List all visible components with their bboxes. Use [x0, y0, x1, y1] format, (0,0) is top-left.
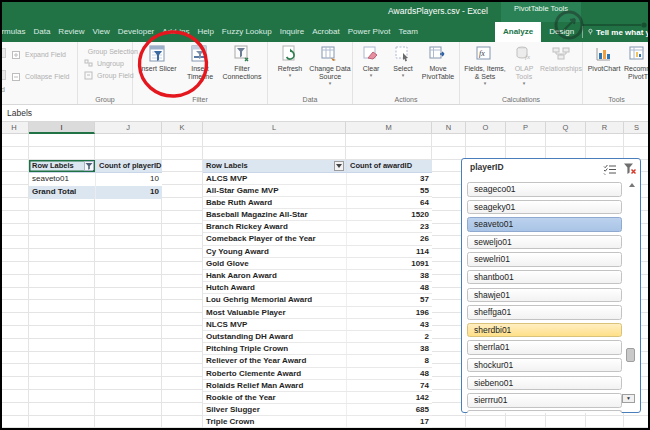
slicer-item[interactable]: sherdbi01 [467, 323, 622, 338]
table-row[interactable]: Rookie of the Year 142 [203, 392, 432, 404]
clear-filter-icon[interactable] [623, 163, 637, 176]
slicer-item[interactable]: siebeno01 [467, 376, 622, 391]
table-row[interactable]: Hutch Award 48 [203, 282, 432, 294]
multi-select-icon[interactable] [603, 164, 617, 175]
pivot2-count-header[interactable]: Count of awardID [346, 160, 432, 173]
table-row[interactable]: Silver Slugger 685 [203, 404, 432, 416]
slicer-item[interactable]: seageco01 [467, 182, 622, 197]
table-row[interactable]: All-Star Game MVP 55 [203, 185, 432, 197]
award-name: Comeback Player of the Year [203, 233, 346, 244]
pivot1-header-row: Row Labels Count of playerID [29, 160, 162, 173]
table-row[interactable]: Cy Young Award 114 [203, 246, 432, 258]
filter-connections-button[interactable]: Filter Connections [218, 45, 266, 81]
pivot2-row-labels-header[interactable]: Row Labels [203, 160, 346, 173]
pivot1-row-labels-header[interactable]: Row Labels [29, 160, 95, 173]
group-field-buttons: Expand Field Collapse Field d [0, 42, 78, 104]
ribbon-tab-label: Analyze [503, 27, 533, 36]
pivotchart-button[interactable]: PivotChart [585, 45, 623, 73]
table-row[interactable]: Outstanding DH Award 2 [203, 331, 432, 343]
slicer-item[interactable]: shawje01 [467, 288, 622, 303]
group-field-button[interactable]: Group Field [84, 70, 138, 81]
ribbon-tab[interactable]: Fuzzy Lookup [218, 22, 276, 42]
column-header-K[interactable]: K [162, 122, 203, 134]
table-row[interactable]: Pitching Triple Crown 38 [203, 343, 432, 355]
playerid-slicer[interactable]: playerID seageco01seageky01seaveto01sewe… [461, 158, 641, 413]
table-row[interactable]: Gold Glove 1091 [203, 258, 432, 270]
scroll-down-button[interactable]: ▼ [622, 394, 635, 403]
refresh-button[interactable]: Refresh ▾ [272, 45, 308, 78]
slicer-item[interactable]: shantbo01 [467, 270, 622, 285]
group-selection-button[interactable]: Group Selection [84, 46, 138, 57]
clear-button[interactable]: Clear ▾ [356, 45, 386, 78]
ribbon-tab[interactable]: Acrobat [308, 22, 344, 42]
table-row[interactable]: Branch Rickey Award 23 [203, 221, 432, 233]
select-button[interactable]: Select ▾ [387, 45, 419, 78]
ribbon-tab[interactable]: Analyze [495, 22, 541, 42]
filter-dropdown-button[interactable] [334, 161, 344, 171]
ribbon-tab[interactable]: Inquire [276, 22, 308, 42]
slicer-item[interactable]: sierrru01 [467, 393, 622, 408]
award-name: Babe Ruth Award [203, 197, 346, 208]
ribbon-tab[interactable]: Team [394, 22, 422, 42]
table-row[interactable]: ALCS MVP 37 [203, 173, 432, 185]
column-header-M[interactable]: M [346, 122, 432, 134]
slicer-item-label: sherrla01 [474, 342, 509, 352]
ungroup-button[interactable]: Ungroup [84, 58, 138, 69]
award-count: 64 [346, 197, 432, 208]
table-row[interactable]: Babe Ruth Award 64 [203, 197, 432, 209]
column-header-O[interactable]: O [466, 122, 506, 134]
table-row[interactable]: Roberto Clemente Award 48 [203, 368, 432, 380]
award-name: Gold Glove [203, 258, 346, 269]
table-row[interactable]: NLCS MVP 43 [203, 319, 432, 331]
table-row[interactable]: Comeback Player of the Year 26 [203, 233, 432, 245]
slicer-item[interactable]: sewelri01 [467, 252, 622, 267]
fields-items-sets-button[interactable]: fx Fields, Items, & Sets ▾ [463, 45, 507, 86]
ribbon-tab[interactable]: Data [29, 22, 54, 42]
column-header-J[interactable]: J [95, 122, 162, 134]
award-name: ALCS MVP [203, 173, 346, 184]
slicer-item-label: sewelri01 [474, 254, 510, 264]
column-header-N[interactable]: N [432, 122, 466, 134]
slicer-item[interactable]: seaveto01 [467, 217, 622, 232]
column-header-L[interactable]: L [203, 122, 346, 134]
scroll-up-arrow-icon[interactable] [629, 183, 635, 187]
slicer-item[interactable]: sheffga01 [467, 305, 622, 320]
change-data-source-button[interactable]: Change Data Source ▾ [308, 45, 352, 86]
table-row[interactable]: Lou Gehrig Memorial Award 57 [203, 294, 432, 306]
slicer-item[interactable]: seageky01 [467, 200, 622, 215]
award-count: 38 [346, 270, 432, 281]
award-name: Rolaids Relief Man Award [203, 380, 346, 391]
table-row[interactable]: Baseball Magazine All-Star 1520 [203, 209, 432, 221]
watermark [546, 5, 650, 47]
ribbon-tab[interactable]: View [89, 22, 114, 42]
slicer-item-label: sheffga01 [474, 307, 511, 317]
column-header-I[interactable]: I [29, 122, 95, 134]
relationships-label: Relationships [540, 65, 582, 73]
pivot1-count-header[interactable]: Count of playerID [95, 160, 162, 173]
slicer-item[interactable]: sherrla01 [467, 340, 622, 355]
pivot1-grand-total-row[interactable]: Grand Total 10 [29, 186, 162, 199]
column-header-Q[interactable]: Q [546, 122, 586, 134]
pivot1-data-row[interactable]: seaveto01 10 [29, 173, 162, 186]
column-header-H[interactable]: H [0, 122, 29, 134]
column-header-P[interactable]: P [506, 122, 546, 134]
recommended-pivottables-button[interactable]: Recomm PivotT [623, 45, 650, 81]
formula-bar[interactable] [0, 105, 650, 122]
slicer-item[interactable]: shockur01 [467, 358, 622, 373]
table-row[interactable]: Reliever of the Year Award 8 [203, 355, 432, 367]
column-header-R[interactable]: R [586, 122, 624, 134]
table-row[interactable]: Rolaids Relief Man Award 74 [203, 380, 432, 392]
table-row[interactable]: Triple Crown 17 [203, 416, 432, 428]
award-name: Cy Young Award [203, 246, 346, 257]
scrollbar-thumb[interactable] [626, 348, 635, 362]
move-pivottable-button[interactable]: Move PivotTable [417, 45, 459, 81]
table-row[interactable]: Most Valuable Player 196 [203, 307, 432, 319]
ribbon-tab[interactable]: Review [54, 22, 88, 42]
award-count: 38 [346, 343, 432, 354]
slicer-item[interactable]: seweljo01 [467, 235, 622, 250]
column-header-S[interactable]: S [624, 122, 650, 134]
table-row[interactable]: Hank Aaron Award 38 [203, 270, 432, 282]
ribbon-tab[interactable]: Power Pivot [344, 22, 395, 42]
ribbon-tab[interactable]: ormulas [0, 22, 29, 42]
refresh-icon [281, 45, 299, 63]
